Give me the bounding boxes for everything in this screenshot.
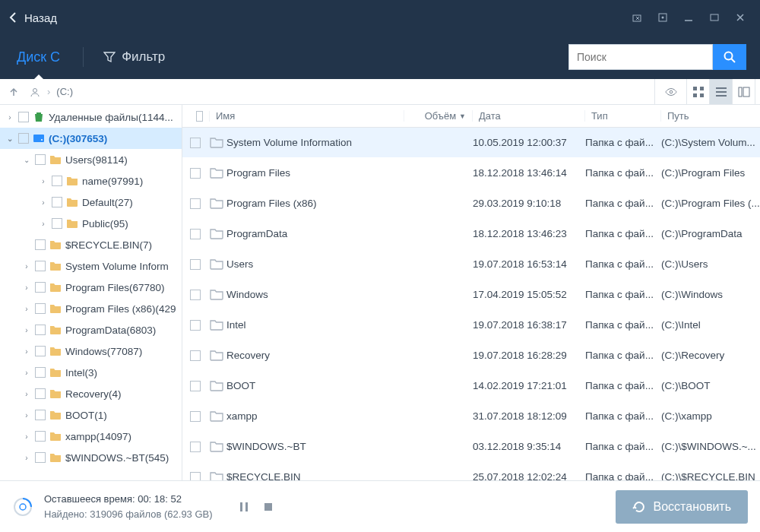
row-checkbox[interactable] (190, 138, 201, 148)
tree-item[interactable]: ›Windows(77087) (0, 340, 182, 362)
search-input[interactable] (568, 44, 713, 70)
tree-checkbox[interactable] (52, 176, 62, 186)
table-row[interactable]: ProgramData18.12.2018 13:46:23Папка с фа… (182, 219, 760, 249)
tree-item[interactable]: ›Recovery(4) (0, 383, 182, 404)
tree-item[interactable]: ›ProgramData(6803) (0, 319, 182, 340)
expand-toggle[interactable]: › (21, 326, 32, 334)
col-date[interactable]: Дата (473, 110, 585, 122)
expand-toggle[interactable]: › (21, 432, 32, 441)
table-row[interactable]: Program Files (x86)29.03.2019 9:10:18Пап… (182, 188, 760, 219)
table-row[interactable]: Users19.07.2018 16:53:14Папка с фай...(C… (182, 249, 760, 280)
tree-checkbox[interactable] (35, 303, 46, 314)
table-row[interactable]: Recovery19.07.2018 16:28:29Папка с фай..… (182, 340, 760, 371)
tree-item[interactable]: ›$WINDOWS.~BT(545) (0, 447, 182, 468)
list-view-button[interactable] (710, 79, 733, 104)
search-button[interactable] (713, 44, 746, 70)
tree-checkbox[interactable] (18, 133, 29, 144)
row-checkbox[interactable] (190, 290, 201, 300)
tree-checkbox[interactable] (35, 282, 46, 293)
table-row[interactable]: $RECYCLE.BIN25.07.2018 12:02:24Папка с ф… (182, 462, 760, 480)
tree-checkbox[interactable] (52, 197, 62, 207)
table-row[interactable]: Program Files18.12.2018 13:46:14Папка с … (182, 158, 760, 188)
user-icon[interactable] (26, 83, 44, 101)
expand-toggle[interactable]: › (21, 347, 32, 356)
up-button[interactable] (5, 83, 23, 101)
expand-toggle[interactable]: › (21, 262, 32, 271)
tree-checkbox[interactable] (35, 410, 46, 420)
expand-toggle[interactable]: ⌄ (21, 156, 32, 164)
tree-item[interactable]: ›Public(95) (0, 213, 182, 234)
tree-item[interactable]: ⌄Users(98114) (0, 149, 182, 170)
tree-checkbox[interactable] (35, 325, 46, 335)
back-button[interactable]: Назад (9, 11, 57, 24)
folder-tree[interactable]: ›Удаленные файлы(1144...⌄(C:)(307653)⌄Us… (0, 105, 182, 480)
select-all-checkbox[interactable] (196, 111, 203, 122)
expand-toggle[interactable]: › (21, 390, 32, 398)
tree-item[interactable]: ›BOOT(1) (0, 404, 182, 426)
tree-checkbox[interactable] (35, 431, 46, 442)
tree-checkbox[interactable] (35, 261, 46, 271)
expand-toggle[interactable]: › (38, 220, 49, 228)
table-row[interactable]: System Volume Information10.05.2019 12:0… (182, 128, 760, 158)
table-row[interactable]: BOOT14.02.2019 17:21:01Папка с фай...(C:… (182, 371, 760, 401)
row-checkbox[interactable] (190, 350, 201, 361)
col-path[interactable]: Путь (661, 110, 760, 122)
stop-button[interactable] (260, 499, 277, 515)
expand-toggle[interactable]: › (21, 411, 32, 420)
tree-checkbox[interactable] (52, 218, 62, 229)
recover-button[interactable]: Восстановить (616, 490, 748, 524)
expand-toggle[interactable]: › (21, 283, 32, 292)
table-row[interactable]: Windows17.04.2019 15:05:52Папка с фай...… (182, 280, 760, 310)
expand-toggle[interactable]: ⌄ (5, 135, 15, 143)
row-checkbox[interactable] (190, 472, 201, 481)
maximize-button[interactable] (704, 8, 725, 27)
tree-item[interactable]: $RECYCLE.BIN(7) (0, 234, 182, 255)
tree-checkbox[interactable] (35, 388, 46, 399)
tab-disk[interactable]: Диск C (14, 42, 63, 73)
filter-button[interactable]: Фильтр (103, 49, 165, 65)
minimize-button[interactable] (678, 8, 699, 27)
row-checkbox[interactable] (190, 259, 201, 270)
tree-item[interactable]: ⌄(C:)(307653) (0, 128, 182, 149)
row-checkbox[interactable] (190, 442, 201, 452)
detail-view-button[interactable] (733, 79, 755, 104)
expand-toggle[interactable]: › (21, 454, 32, 462)
table-row[interactable]: $WINDOWS.~BT03.12.2018 9:35:14Папка с фа… (182, 432, 760, 462)
row-checkbox[interactable] (190, 168, 201, 179)
expand-toggle[interactable]: › (5, 113, 15, 122)
col-volume[interactable]: Объём▼ (404, 110, 473, 122)
tree-item[interactable]: ›xampp(14097) (0, 426, 182, 447)
tree-checkbox[interactable] (18, 112, 29, 122)
col-type[interactable]: Тип (585, 110, 661, 122)
row-checkbox[interactable] (190, 229, 201, 239)
breadcrumb-path[interactable]: (C:) (53, 86, 76, 97)
tree-item[interactable]: ›Default(27) (0, 192, 182, 213)
tree-item[interactable]: ›Program Files (x86)(429 (0, 298, 182, 319)
tree-checkbox[interactable] (35, 239, 46, 250)
col-name[interactable]: Имя (210, 110, 404, 122)
table-row[interactable]: Intel19.07.2018 16:38:17Папка с фай...(C… (182, 310, 760, 340)
tree-checkbox[interactable] (35, 346, 46, 356)
tree-item[interactable]: ›name(97991) (0, 170, 182, 192)
expand-toggle[interactable]: › (21, 369, 32, 377)
close-button[interactable] (730, 8, 751, 27)
window-icon-2[interactable] (652, 8, 673, 27)
row-checkbox[interactable] (190, 411, 201, 422)
tree-checkbox[interactable] (35, 367, 46, 378)
grid-view-button[interactable] (687, 79, 710, 104)
tree-checkbox[interactable] (35, 452, 46, 463)
row-checkbox[interactable] (190, 381, 201, 391)
tree-checkbox[interactable] (35, 154, 46, 165)
window-icon-1[interactable] (626, 8, 648, 27)
row-checkbox[interactable] (190, 198, 201, 209)
expand-toggle[interactable]: › (38, 198, 49, 207)
preview-button[interactable] (655, 79, 687, 104)
table-body[interactable]: System Volume Information10.05.2019 12:0… (182, 128, 760, 480)
tree-item[interactable]: ›Intel(3) (0, 362, 182, 383)
expand-toggle[interactable]: › (21, 305, 32, 313)
tree-item[interactable]: ›Program Files(67780) (0, 277, 182, 298)
table-row[interactable]: xampp31.07.2018 18:12:09Папка с фай...(C… (182, 401, 760, 432)
tree-item[interactable]: ›Удаленные файлы(1144... (0, 106, 182, 128)
row-checkbox[interactable] (190, 320, 201, 331)
expand-toggle[interactable]: › (38, 177, 49, 185)
